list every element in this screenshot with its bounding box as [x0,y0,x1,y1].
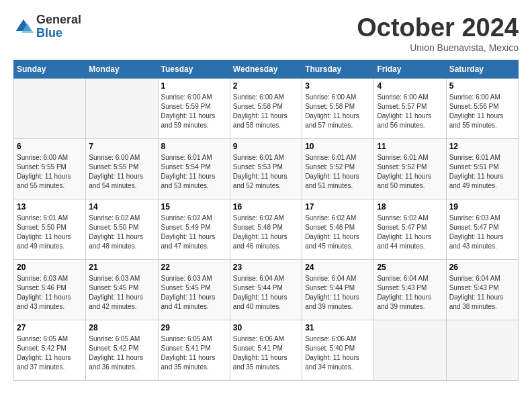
day-info: Sunrise: 6:03 AMSunset: 5:45 PMDaylight:… [89,274,154,312]
day-info: Sunrise: 6:01 AMSunset: 5:51 PMDaylight:… [449,153,515,191]
calendar-cell: 29Sunrise: 6:05 AMSunset: 5:41 PMDayligh… [158,320,230,381]
calendar-table: SundayMondayTuesdayWednesdayThursdayFrid… [13,60,519,381]
day-number: 15 [161,202,227,212]
day-info: Sunrise: 6:05 AMSunset: 5:42 PMDaylight:… [89,334,154,372]
day-info: Sunrise: 6:00 AMSunset: 5:55 PMDaylight:… [17,153,83,191]
day-info: Sunrise: 6:01 AMSunset: 5:53 PMDaylight:… [233,153,299,191]
calendar-cell: 17Sunrise: 6:02 AMSunset: 5:48 PMDayligh… [302,199,374,260]
logo-icon [13,17,34,37]
month-title: October 2024 [357,13,519,42]
calendar-cell: 20Sunrise: 6:03 AMSunset: 5:46 PMDayligh… [14,260,86,320]
calendar-cell: 24Sunrise: 6:04 AMSunset: 5:44 PMDayligh… [302,260,374,320]
day-info: Sunrise: 6:05 AMSunset: 5:42 PMDaylight:… [17,334,83,372]
day-info: Sunrise: 6:00 AMSunset: 5:57 PMDaylight:… [377,93,443,130]
day-info: Sunrise: 6:04 AMSunset: 5:44 PMDaylight:… [305,274,371,312]
calendar-cell: 21Sunrise: 6:03 AMSunset: 5:45 PMDayligh… [86,260,158,320]
day-info: Sunrise: 6:00 AMSunset: 5:58 PMDaylight:… [305,93,371,130]
day-number: 1 [161,81,227,91]
day-info: Sunrise: 6:04 AMSunset: 5:43 PMDaylight:… [377,274,443,312]
day-number: 12 [449,142,515,151]
day-header-wednesday: Wednesday [230,60,302,79]
day-info: Sunrise: 6:02 AMSunset: 5:47 PMDaylight:… [377,214,443,251]
day-info: Sunrise: 6:00 AMSunset: 5:59 PMDaylight:… [161,93,227,130]
day-info: Sunrise: 6:00 AMSunset: 5:56 PMDaylight:… [449,93,515,130]
day-number: 18 [377,202,443,212]
calendar-cell: 6Sunrise: 6:00 AMSunset: 5:55 PMDaylight… [14,139,86,199]
calendar-week-row: 6Sunrise: 6:00 AMSunset: 5:55 PMDaylight… [14,139,519,199]
day-header-sunday: Sunday [14,60,86,79]
calendar-cell: 16Sunrise: 6:02 AMSunset: 5:48 PMDayligh… [230,199,302,260]
day-number: 9 [233,142,299,151]
calendar-cell: 15Sunrise: 6:02 AMSunset: 5:49 PMDayligh… [158,199,230,260]
day-number: 16 [233,202,299,212]
day-number: 19 [449,202,515,212]
day-number: 7 [89,142,154,151]
calendar-cell: 31Sunrise: 6:06 AMSunset: 5:40 PMDayligh… [302,320,374,381]
day-number: 25 [377,263,443,272]
calendar-cell [374,320,446,381]
calendar-cell: 13Sunrise: 6:01 AMSunset: 5:50 PMDayligh… [14,199,86,260]
day-number: 21 [89,263,154,272]
calendar-week-row: 20Sunrise: 6:03 AMSunset: 5:46 PMDayligh… [14,260,519,320]
calendar-cell [446,320,518,381]
day-number: 23 [233,263,299,272]
calendar-cell: 11Sunrise: 6:01 AMSunset: 5:52 PMDayligh… [374,139,446,199]
calendar-cell [86,79,158,139]
calendar-cell: 9Sunrise: 6:01 AMSunset: 5:53 PMDaylight… [230,139,302,199]
calendar-cell: 8Sunrise: 6:01 AMSunset: 5:54 PMDaylight… [158,139,230,199]
page-header: General Blue October 2024 Union Buenavis… [13,13,519,53]
day-number: 31 [305,323,371,332]
day-info: Sunrise: 6:01 AMSunset: 5:54 PMDaylight:… [161,153,227,191]
day-number: 6 [17,142,83,151]
day-number: 4 [377,81,443,91]
day-info: Sunrise: 6:00 AMSunset: 5:58 PMDaylight:… [233,93,299,130]
day-number: 10 [305,142,371,151]
day-info: Sunrise: 6:05 AMSunset: 5:41 PMDaylight:… [161,334,227,372]
day-info: Sunrise: 6:03 AMSunset: 5:46 PMDaylight:… [17,274,83,312]
day-number: 17 [305,202,371,212]
calendar-cell: 5Sunrise: 6:00 AMSunset: 5:56 PMDaylight… [446,79,518,139]
day-number: 30 [233,323,299,332]
day-info: Sunrise: 6:02 AMSunset: 5:48 PMDaylight:… [305,214,371,251]
calendar-cell: 22Sunrise: 6:03 AMSunset: 5:45 PMDayligh… [158,260,230,320]
day-number: 2 [233,81,299,91]
day-number: 5 [449,81,515,91]
day-number: 22 [161,263,227,272]
day-info: Sunrise: 6:01 AMSunset: 5:50 PMDaylight:… [17,214,83,251]
day-header-tuesday: Tuesday [158,60,230,79]
calendar-cell: 28Sunrise: 6:05 AMSunset: 5:42 PMDayligh… [86,320,158,381]
day-info: Sunrise: 6:00 AMSunset: 5:55 PMDaylight:… [89,153,154,191]
logo: General Blue [13,13,81,40]
calendar-week-row: 13Sunrise: 6:01 AMSunset: 5:50 PMDayligh… [14,199,519,260]
day-number: 27 [17,323,83,332]
calendar-cell: 3Sunrise: 6:00 AMSunset: 5:58 PMDaylight… [302,79,374,139]
calendar-cell: 12Sunrise: 6:01 AMSunset: 5:51 PMDayligh… [446,139,518,199]
calendar-header-row: SundayMondayTuesdayWednesdayThursdayFrid… [14,60,519,79]
calendar-cell: 2Sunrise: 6:00 AMSunset: 5:58 PMDaylight… [230,79,302,139]
day-number: 14 [89,202,154,212]
calendar-week-row: 1Sunrise: 6:00 AMSunset: 5:59 PMDaylight… [14,79,519,139]
day-number: 24 [305,263,371,272]
day-number: 8 [161,142,227,151]
calendar-cell [14,79,86,139]
day-info: Sunrise: 6:03 AMSunset: 5:45 PMDaylight:… [161,274,227,312]
calendar-cell: 25Sunrise: 6:04 AMSunset: 5:43 PMDayligh… [374,260,446,320]
day-number: 11 [377,142,443,151]
logo-text: General Blue [36,13,81,40]
calendar-cell: 18Sunrise: 6:02 AMSunset: 5:47 PMDayligh… [374,199,446,260]
calendar-cell: 26Sunrise: 6:04 AMSunset: 5:43 PMDayligh… [446,260,518,320]
day-info: Sunrise: 6:03 AMSunset: 5:47 PMDaylight:… [449,214,515,251]
day-header-saturday: Saturday [446,60,518,79]
logo-blue: Blue [36,27,81,40]
calendar-week-row: 27Sunrise: 6:05 AMSunset: 5:42 PMDayligh… [14,320,519,381]
day-info: Sunrise: 6:06 AMSunset: 5:40 PMDaylight:… [305,334,371,372]
calendar-cell: 1Sunrise: 6:00 AMSunset: 5:59 PMDaylight… [158,79,230,139]
day-header-friday: Friday [374,60,446,79]
day-number: 13 [17,202,83,212]
day-info: Sunrise: 6:02 AMSunset: 5:48 PMDaylight:… [233,214,299,251]
calendar-cell: 30Sunrise: 6:06 AMSunset: 5:41 PMDayligh… [230,320,302,381]
calendar-cell: 10Sunrise: 6:01 AMSunset: 5:52 PMDayligh… [302,139,374,199]
day-info: Sunrise: 6:02 AMSunset: 5:50 PMDaylight:… [89,214,154,251]
day-info: Sunrise: 6:01 AMSunset: 5:52 PMDaylight:… [305,153,371,191]
day-info: Sunrise: 6:06 AMSunset: 5:41 PMDaylight:… [233,334,299,372]
